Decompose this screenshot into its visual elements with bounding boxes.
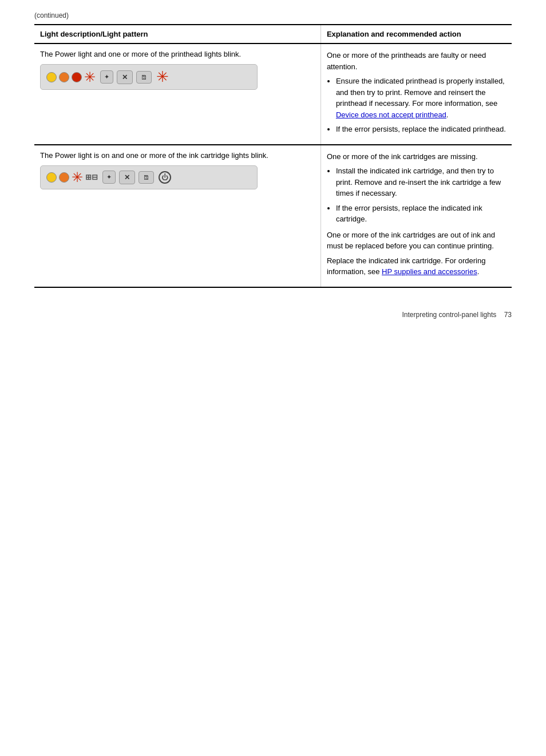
device-link[interactable]: Device does not accept printhead (336, 110, 446, 119)
dot-red (72, 72, 82, 82)
row1-bullets: Ensure the indicated printhead is proper… (336, 76, 506, 135)
column-header-explanation: Explanation and recommended action (321, 25, 512, 43)
power-button: ⏻ (159, 171, 171, 184)
row2-summary2: One or more of the ink cartridges are ou… (327, 229, 506, 252)
panel-image-row2: ✳ ⊞⊟ ✦ ✕ 🖺 ⏻ (40, 165, 258, 189)
continued-label: (continued) (34, 11, 512, 19)
page-button2: 🖺 (139, 171, 154, 184)
row2-replace: Replace the indicated ink cartridge. For… (327, 255, 506, 278)
table-row: The Power light and one or more of the p… (34, 43, 512, 145)
row2-summary1: One or more of the ink cartridges are mi… (327, 151, 506, 163)
ink-dots-group2: ✳ ⊞⊟ (46, 169, 98, 185)
row2-bullet1: Install the indicated ink cartridge, and… (336, 165, 506, 199)
cartridge-icons: ⊞⊟ (85, 173, 98, 181)
panel-buttons-row2: ✦ ✕ 🖺 (102, 171, 154, 184)
dot2-orange (59, 172, 69, 183)
dot-yellow (46, 72, 57, 82)
row1-explanation: One or more of the printheads are faulty… (327, 50, 506, 135)
row2-bullets: Install the indicated ink cartridge, and… (336, 165, 506, 225)
x-button2: ✕ (119, 171, 135, 184)
row2-explanation: One or more of the ink cartridges are mi… (327, 151, 506, 278)
table-row: The Power light is on and one or more of… (34, 145, 512, 287)
row2-bullet2: If the error persists, replace the indic… (336, 203, 506, 225)
hp-supplies-link[interactable]: HP supplies and accessories (382, 267, 477, 276)
row1-description: The Power light and one or more of the p… (40, 50, 315, 58)
dot2-yellow (46, 172, 57, 183)
footer-page: 73 (504, 311, 512, 319)
row1-bullet2: If the error persists, replace the indic… (336, 124, 506, 135)
row2-description: The Power light is on and one or more of… (40, 151, 315, 160)
panel-image-row1: ✳ ✦ ✕ 🖺 ✳ (40, 64, 258, 90)
x-button: ✕ (117, 70, 133, 84)
arrows-button: ✦ (100, 70, 113, 84)
page-footer: Interpreting control-panel lights 73 (34, 311, 512, 319)
star-burst-left: ✳ (84, 69, 96, 85)
arrows-button2: ✦ (102, 171, 116, 184)
star-burst2-left: ✳ (72, 169, 83, 185)
panel-buttons-row1: ✦ ✕ 🖺 (100, 70, 152, 84)
footer-text: Interpreting control-panel lights (402, 311, 497, 319)
ink-dots-group: ✳ (46, 69, 96, 85)
column-header-light: Light description/Light pattern (34, 25, 321, 43)
row1-summary: One or more of the printheads are faulty… (327, 50, 506, 72)
dot-orange (59, 72, 69, 82)
page-button: 🖺 (136, 71, 152, 84)
row1-bullet1: Ensure the indicated printhead is proper… (336, 76, 506, 120)
star-burst-right: ✳ (156, 68, 169, 86)
